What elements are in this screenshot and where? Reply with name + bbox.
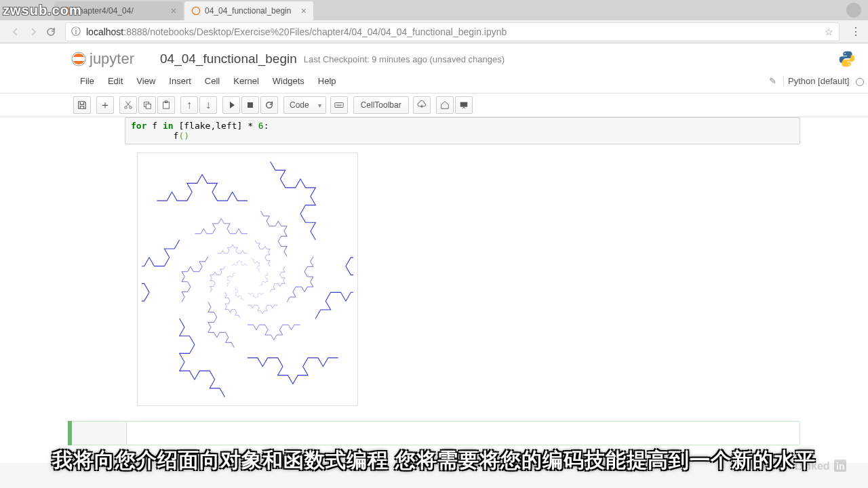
url-path: /notebooks/Desktop/Exercise%20Files/chap… xyxy=(147,26,507,37)
arrow-right-icon xyxy=(28,26,39,37)
menu-insert[interactable]: Insert xyxy=(162,73,198,89)
paste-button[interactable] xyxy=(157,96,175,114)
notebook-name[interactable]: 04_04_functional_begin xyxy=(160,52,297,66)
move-down-button[interactable]: ↓ xyxy=(199,96,217,114)
video-subtitle: 我将向您介绍面向对象和函数式编程 您将需要将您的编码技能提高到一个新的水平 xyxy=(0,447,868,474)
copy-button[interactable] xyxy=(138,96,156,114)
menu-cell[interactable]: Cell xyxy=(198,73,226,89)
celltoolbar-button[interactable]: CellToolbar xyxy=(353,96,409,114)
menu-help[interactable]: Help xyxy=(311,73,343,89)
url-port: :8888 xyxy=(123,26,147,37)
home-icon xyxy=(440,100,450,110)
keyboard-icon xyxy=(334,100,344,110)
svg-rect-8 xyxy=(146,104,151,108)
empty-code-cell[interactable] xyxy=(68,421,800,445)
restart-button[interactable] xyxy=(260,96,278,114)
plus-icon: ＋ xyxy=(100,98,111,113)
browser-menu-button[interactable]: ⋮ xyxy=(850,25,861,38)
svg-point-6 xyxy=(130,106,132,109)
jupyter-brand-text: jupyter xyxy=(89,50,134,67)
svg-point-4 xyxy=(848,64,850,66)
pencil-icon[interactable]: ✎ xyxy=(762,76,783,86)
forward-button[interactable] xyxy=(26,24,41,39)
svg-rect-11 xyxy=(248,102,253,108)
menu-kernel[interactable]: Kernel xyxy=(226,73,266,89)
unsaved-status: (unsaved changes) xyxy=(430,54,505,64)
download-button[interactable] xyxy=(413,96,431,114)
interrupt-button[interactable] xyxy=(241,96,259,114)
code-line-2: f() xyxy=(131,131,794,141)
cut-button[interactable] xyxy=(119,96,137,114)
browser-chrome: chapter4/04_04/ × 04_04_functional_begin… xyxy=(0,0,868,43)
menu-bar: File Edit View Insert Cell Kernel Widget… xyxy=(0,69,868,94)
jupyter-logo[interactable]: jupyter xyxy=(71,49,152,69)
profile-avatar-icon[interactable] xyxy=(846,3,861,18)
svg-point-3 xyxy=(844,53,846,54)
tab-title: chapter4/04_04/ xyxy=(75,6,165,16)
url-input[interactable]: ⓘ localhost:8888/notebooks/Desktop/Exerc… xyxy=(65,22,840,41)
cut-icon xyxy=(123,100,133,110)
close-tab-icon[interactable]: × xyxy=(171,5,176,16)
notebook-body[interactable]: for f in [flake,left] * 6: f() xyxy=(0,117,868,463)
browser-tab-1[interactable]: 04_04_functional_begin × xyxy=(184,1,313,20)
cell-prompt xyxy=(72,421,126,445)
jupyter-favicon-icon xyxy=(191,6,201,16)
restart-icon xyxy=(264,100,274,110)
save-icon xyxy=(77,100,87,110)
move-up-button[interactable]: ↑ xyxy=(180,96,198,114)
step-forward-icon xyxy=(227,101,235,109)
kernel-status-icon xyxy=(856,78,864,86)
koch-snowflake-output xyxy=(142,157,353,401)
save-button[interactable] xyxy=(73,96,91,114)
address-bar: ⓘ localhost:8888/notebooks/Desktop/Exerc… xyxy=(0,20,868,43)
notebook-header: jupyter 04_04_functional_begin Last Chec… xyxy=(0,43,868,69)
arrow-up-icon: ↑ xyxy=(186,99,192,111)
checkpoint-info: Last Checkpoint: 9 minutes ago (unsaved … xyxy=(304,54,505,64)
reload-icon xyxy=(45,26,56,37)
arrow-down-icon: ↓ xyxy=(205,99,211,111)
code-line-1: for f in [flake,left] * 6: xyxy=(131,121,794,131)
svg-rect-13 xyxy=(460,102,467,107)
menu-view[interactable]: View xyxy=(130,73,162,89)
output-image xyxy=(137,152,358,406)
code-cell[interactable]: for f in [flake,left] * 6: f() xyxy=(125,117,800,144)
menu-file[interactable]: File xyxy=(73,73,101,89)
cloud-download-icon xyxy=(417,100,427,110)
svg-point-1 xyxy=(192,7,199,14)
watermark-text: zwsub.com xyxy=(3,3,82,18)
presentation-button[interactable] xyxy=(455,96,473,114)
insert-below-button[interactable]: ＋ xyxy=(96,96,114,114)
presentation-icon xyxy=(459,100,469,110)
cell-type-select[interactable]: Code xyxy=(283,96,326,114)
cell-input-area[interactable] xyxy=(126,421,800,445)
svg-point-5 xyxy=(125,106,127,109)
back-button[interactable] xyxy=(8,24,23,39)
menu-edit[interactable]: Edit xyxy=(101,73,130,89)
svg-rect-12 xyxy=(335,103,343,108)
tab-title: 04_04_functional_begin xyxy=(205,6,296,16)
reload-button[interactable] xyxy=(43,24,58,39)
stop-icon xyxy=(247,102,254,108)
run-button[interactable] xyxy=(222,96,240,114)
arrow-left-icon xyxy=(10,26,21,37)
copy-icon xyxy=(142,100,152,110)
python-logo-icon xyxy=(837,49,857,69)
bookmark-star-icon[interactable]: ☆ xyxy=(825,26,833,37)
info-icon: ⓘ xyxy=(71,26,81,38)
jupyter-app: jupyter 04_04_functional_begin Last Chec… xyxy=(0,43,868,463)
tab-bar: chapter4/04_04/ × 04_04_functional_begin… xyxy=(0,0,868,20)
paste-icon xyxy=(161,100,171,110)
kernel-indicator: Python [default] xyxy=(783,76,868,86)
url-host: localhost xyxy=(86,26,123,37)
home-button[interactable] xyxy=(436,96,454,114)
toolbar: ＋ ↑ ↓ Code CellToolbar xyxy=(0,94,868,117)
menu-widgets[interactable]: Widgets xyxy=(266,73,311,89)
close-tab-icon[interactable]: × xyxy=(301,5,307,16)
command-palette-button[interactable] xyxy=(330,96,348,114)
svg-rect-9 xyxy=(163,102,170,109)
